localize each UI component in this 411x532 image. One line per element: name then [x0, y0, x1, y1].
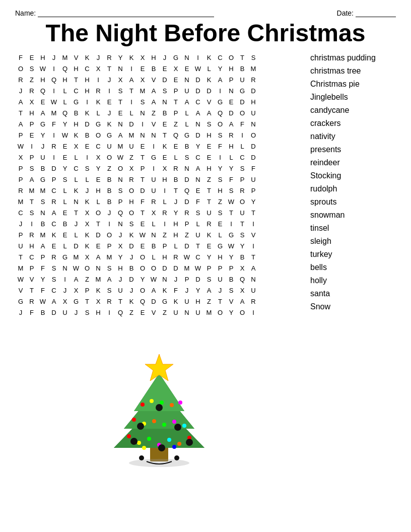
- grid-cell: K: [203, 74, 215, 85]
- grid-cell: D: [148, 296, 159, 307]
- grid-cell: K: [203, 229, 215, 240]
- grid-cell: M: [37, 185, 48, 196]
- grid-cell: U: [15, 240, 26, 251]
- grid-cell: D: [181, 196, 192, 207]
- grid-cell: H: [26, 107, 37, 118]
- word-list-item: holly: [310, 275, 396, 287]
- grid-cell: N: [148, 129, 159, 141]
- word-list-item: turkey: [310, 248, 396, 260]
- grid-cell: D: [248, 152, 259, 163]
- grid-cell: X: [115, 240, 126, 251]
- grid-cell: G: [93, 118, 104, 129]
- grid-cell: I: [59, 274, 71, 285]
- grid-cell: F: [37, 285, 48, 296]
- grid-cell: K: [48, 229, 59, 240]
- grid-cell: P: [26, 262, 37, 274]
- grid-cell: A: [203, 107, 215, 118]
- grid-cell: P: [137, 163, 148, 174]
- word-list-item: reindeer: [310, 157, 396, 169]
- grid-cell: J: [115, 229, 126, 240]
- grid-cell: Z: [82, 274, 93, 285]
- grid-cell: K: [170, 296, 181, 307]
- christmas-tree-image: [84, 323, 235, 469]
- grid-cell: S: [126, 218, 137, 229]
- svg-point-29: [141, 403, 145, 407]
- grid-cell: Z: [159, 307, 170, 318]
- grid-cell: T: [170, 185, 181, 196]
- grid-cell: E: [26, 52, 37, 63]
- grid-cell: Z: [148, 107, 159, 118]
- svg-point-31: [160, 401, 164, 405]
- grid-cell: G: [170, 52, 181, 63]
- grid-cell: B: [37, 163, 48, 174]
- grid-cell: I: [104, 85, 115, 96]
- grid-cell: X: [82, 251, 93, 262]
- grid-cell: B: [37, 218, 48, 229]
- grid-cell: U: [126, 141, 137, 152]
- grid-cell: D: [170, 262, 181, 274]
- grid-cell: B: [170, 174, 181, 185]
- grid-cell: O: [137, 262, 148, 274]
- grid-cell: L: [59, 85, 71, 96]
- grid-cell: M: [15, 262, 26, 274]
- grid-cell: J: [71, 218, 82, 229]
- grid-cell: U: [248, 174, 259, 185]
- grid-cell: E: [59, 229, 71, 240]
- grid-cell: R: [15, 185, 26, 196]
- svg-point-17: [172, 445, 176, 449]
- grid-cell: A: [37, 107, 48, 118]
- grid-cell: R: [26, 85, 37, 96]
- svg-point-11: [147, 437, 151, 441]
- grid-cell: P: [15, 129, 26, 141]
- grid-cell: X: [115, 74, 126, 85]
- grid-cell: S: [215, 129, 226, 141]
- grid-cell: W: [148, 274, 159, 285]
- grid-cell: V: [148, 307, 159, 318]
- grid-cell: Q: [237, 274, 248, 285]
- grid-cell: J: [170, 274, 181, 285]
- grid-cell: E: [170, 74, 181, 85]
- grid-cell: X: [59, 296, 71, 307]
- grid-cell: M: [26, 185, 37, 196]
- grid-cell: T: [203, 196, 215, 207]
- grid-cell: X: [15, 152, 26, 163]
- grid-cell: J: [104, 107, 115, 118]
- grid-cell: Q: [170, 129, 181, 141]
- grid-cell: Y: [59, 118, 71, 129]
- grid-cell: A: [48, 207, 59, 218]
- svg-point-20: [186, 439, 193, 446]
- word-list-item: christmas tree: [310, 65, 396, 77]
- grid-cell: X: [137, 74, 148, 85]
- grid-cell: W: [48, 96, 59, 107]
- grid-cell: S: [37, 196, 48, 207]
- grid-cell: Y: [226, 251, 237, 262]
- grid-cell: Y: [226, 307, 237, 318]
- grid-cell: P: [82, 285, 93, 296]
- grid-cell: N: [181, 52, 192, 63]
- grid-cell: I: [137, 118, 148, 129]
- grid-cell: P: [26, 152, 37, 163]
- grid-cell: N: [59, 262, 71, 274]
- grid-cell: A: [93, 251, 104, 262]
- grid-cell: A: [148, 96, 159, 107]
- name-underline-field[interactable]: [38, 9, 214, 17]
- svg-point-34: [156, 404, 163, 411]
- grid-cell: R: [15, 74, 26, 85]
- grid-cell: Q: [137, 296, 148, 307]
- grid-cell: D: [48, 307, 59, 318]
- grid-cell: P: [115, 196, 126, 207]
- grid-cell: C: [48, 285, 59, 296]
- grid-cell: B: [226, 274, 237, 285]
- grid-cell: K: [203, 52, 215, 63]
- grid-cell: R: [148, 196, 159, 207]
- grid-cell: L: [71, 229, 82, 240]
- grid-cell: P: [226, 262, 237, 274]
- grid-cell: M: [93, 274, 104, 285]
- grid-cell: P: [237, 174, 248, 185]
- grid-cell: O: [148, 262, 159, 274]
- grid-cell: N: [115, 174, 126, 185]
- grid-cell: E: [59, 152, 71, 163]
- grid-cell: U: [181, 85, 192, 96]
- date-underline-field[interactable]: [356, 9, 396, 17]
- grid-cell: I: [104, 218, 115, 229]
